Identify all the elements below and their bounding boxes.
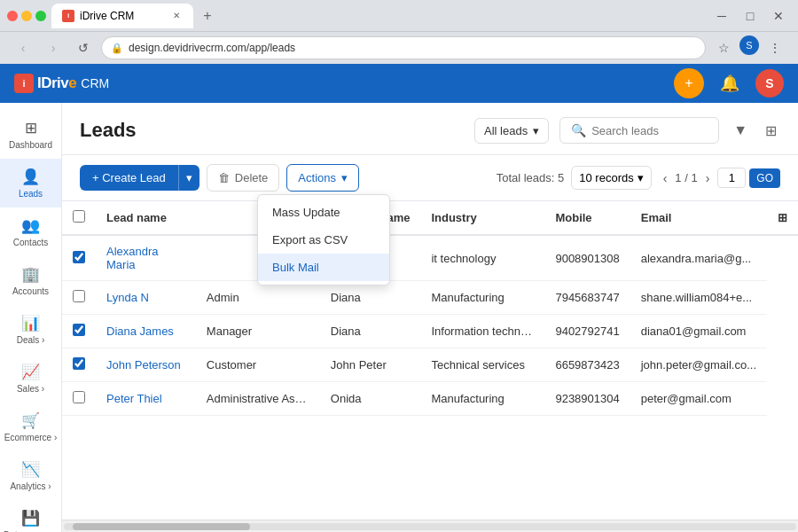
crm-text: CRM <box>81 76 109 90</box>
nav-item-deals[interactable]: 📊 Deals › <box>0 305 61 354</box>
horizontal-scrollbar[interactable] <box>62 520 798 532</box>
row-email: peter@gmail.com <box>630 382 767 416</box>
browser-restore-icon[interactable]: □ <box>738 4 763 28</box>
row-select-checkbox[interactable] <box>73 290 85 302</box>
scroll-thumb[interactable] <box>73 523 250 530</box>
accounts-icon: 🏢 <box>21 265 40 284</box>
leads-icon: 👤 <box>21 168 40 186</box>
actions-button[interactable]: Actions ▾ <box>286 164 359 192</box>
browser-actions: ☆ S ⋮ <box>711 35 787 60</box>
nav-item-ecommerce[interactable]: 🛒 Ecommerce › <box>0 403 61 451</box>
tab-title: iDrive CRM <box>80 10 134 22</box>
filter-caret-icon: ▾ <box>533 124 539 137</box>
data-migration-icon: 💾 <box>21 509 40 528</box>
row-industry: Technical services <box>420 348 544 382</box>
ecommerce-icon: 🛒 <box>21 411 40 430</box>
page-number-input[interactable] <box>717 168 746 188</box>
actions-dropdown: Mass Update Export as CSV Bulk Mail <box>257 194 390 286</box>
create-lead-caret[interactable]: ▾ <box>178 165 200 191</box>
delete-button[interactable]: 🗑 Delete <box>207 164 280 192</box>
page-title-row: Leads All leads ▾ 🔍 ▼ ⊞ <box>80 117 780 144</box>
active-tab[interactable]: i iDrive CRM ✕ <box>51 4 193 28</box>
nav-item-contacts[interactable]: 👥 Contacts <box>0 207 61 256</box>
row-select-checkbox[interactable] <box>73 324 85 336</box>
add-button[interactable]: + <box>674 68 704 98</box>
minimize-btn[interactable] <box>21 11 32 21</box>
profile-icon[interactable]: S <box>739 35 759 55</box>
nav-item-data-migration[interactable]: 💾 Data Migration <box>0 500 61 532</box>
prev-page-button[interactable]: ‹ <box>659 168 672 188</box>
row-role: Manager <box>196 315 320 348</box>
row-select-checkbox[interactable] <box>73 251 85 263</box>
app: i IDrive CRM + 🔔 S ⊞ Dashboard 👤 Leads 👥 <box>0 64 798 532</box>
header-email: Email <box>630 201 767 235</box>
table-row: Diana James Manager Diana Information te… <box>62 315 798 348</box>
advanced-filter-icon[interactable]: ▼ <box>730 119 751 142</box>
search-input[interactable] <box>591 124 708 137</box>
row-industry: Manufacturing <box>420 281 544 315</box>
lead-name-link[interactable]: Lynda N <box>106 291 149 304</box>
browser-close-icon[interactable]: ✕ <box>766 4 791 28</box>
nav-label-analytics: Analytics › <box>10 481 51 491</box>
lead-name-link[interactable]: Peter Thiel <box>106 392 162 405</box>
lead-name-link[interactable]: Diana James <box>106 325 174 338</box>
header-industry: Industry <box>420 201 544 235</box>
row-account-name: Onida <box>320 382 421 416</box>
forward-button[interactable]: › <box>41 35 66 60</box>
search-icon: 🔍 <box>571 123 586 137</box>
row-mobile: 9008901308 <box>544 235 630 281</box>
go-button[interactable]: GO <box>749 168 780 188</box>
actions-caret-icon: ▾ <box>341 171 348 184</box>
row-role: Admin <box>196 281 320 315</box>
maximize-btn[interactable] <box>35 11 46 21</box>
close-btn[interactable] <box>7 11 18 21</box>
row-select-checkbox[interactable] <box>73 357 85 370</box>
dropdown-mass-update[interactable]: Mass Update <box>258 199 389 226</box>
dropdown-bulk-mail[interactable]: Bulk Mail <box>258 254 389 281</box>
nav-label-sales: Sales › <box>17 384 44 394</box>
tab-bar: i iDrive CRM ✕ + <box>51 4 697 28</box>
row-select-checkbox[interactable] <box>73 391 85 403</box>
row-mobile: 7945683747 <box>544 281 630 315</box>
records-per-page[interactable]: 10 records ▾ <box>571 166 651 190</box>
nav-item-analytics[interactable]: 📉 Analytics › <box>0 451 61 500</box>
address-bar[interactable]: 🔒 design.devidrivecrm.com/app/leads <box>101 36 706 59</box>
new-tab-button[interactable]: + <box>197 5 218 27</box>
browser-chrome: i iDrive CRM ✕ + ─ □ ✕ <box>0 0 798 32</box>
lead-name-link[interactable]: John Peterson <box>106 358 181 372</box>
create-lead-button[interactable]: + Create Lead <box>80 165 178 191</box>
grid-view-icon[interactable]: ⊞ <box>762 119 780 143</box>
notification-button[interactable]: 🔔 <box>715 68 745 98</box>
lead-name-link[interactable]: Alexandra Maria <box>106 245 159 271</box>
sales-icon: 📈 <box>21 363 40 381</box>
row-role: Administrative Assist... <box>196 382 320 416</box>
dropdown-export-csv[interactable]: Export as CSV <box>258 226 389 254</box>
next-page-button[interactable]: › <box>701 168 715 188</box>
nav-item-accounts[interactable]: 🏢 Accounts <box>0 256 61 305</box>
toolbar: + Create Lead ▾ 🗑 Delete Actions ▾ Mass … <box>62 155 798 201</box>
browser-minimize-icon[interactable]: ─ <box>709 4 734 28</box>
window-controls <box>7 11 46 21</box>
nav-item-dashboard[interactable]: ⊞ Dashboard <box>0 110 61 159</box>
bookmark-icon[interactable]: ☆ <box>711 35 736 60</box>
search-box[interactable]: 🔍 <box>559 117 719 144</box>
row-email: alexandra.maria@g... <box>630 235 767 281</box>
menu-icon[interactable]: ⋮ <box>763 35 787 60</box>
nav-item-sales[interactable]: 📈 Sales › <box>0 354 61 403</box>
filter-dropdown[interactable]: All leads ▾ <box>474 118 549 144</box>
analytics-icon: 📉 <box>21 460 40 479</box>
row-email: john.peter@gmail.co... <box>630 348 767 382</box>
nav-item-leads[interactable]: 👤 Leads <box>0 159 61 207</box>
delete-icon: 🗑 <box>218 171 230 184</box>
reload-button[interactable]: ↺ <box>71 35 96 60</box>
leads-table: Lead name Account name Industry Mobile E… <box>62 201 798 416</box>
deals-icon: 📊 <box>21 314 40 332</box>
header-columns-icon[interactable]: ⊞ <box>767 201 798 235</box>
row-lead-name: John Peterson <box>96 348 196 382</box>
logo-icon: i <box>14 74 34 93</box>
user-avatar[interactable]: S <box>755 69 784 98</box>
tab-close-icon[interactable]: ✕ <box>170 10 183 22</box>
page-header: Leads All leads ▾ 🔍 ▼ ⊞ <box>62 103 798 155</box>
back-button[interactable]: ‹ <box>11 35 35 60</box>
select-all-checkbox[interactable] <box>73 210 85 223</box>
